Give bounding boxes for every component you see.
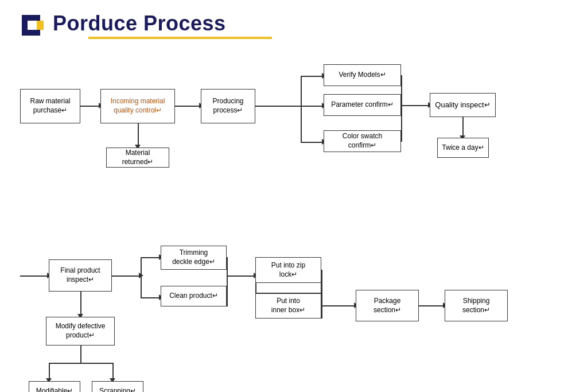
svg-rect-1 xyxy=(28,21,37,30)
box-material-returned: Material returned↵ xyxy=(106,148,169,168)
box-put-into-zip: Put into ziplock↵ xyxy=(255,257,321,283)
flowchart: Raw materialpurchase↵ Incoming materialq… xyxy=(0,52,568,390)
box-verify-models: Verify Models↵ xyxy=(324,64,401,86)
logo xyxy=(17,10,47,40)
box-shipping-section: Shippingsection↵ xyxy=(445,290,508,321)
box-scrapping: Scrapping↵ xyxy=(92,381,143,392)
box-twice-a-day: Twice a day↵ xyxy=(437,138,489,158)
box-color-swatch: Color swatch confirm↵ xyxy=(324,130,401,152)
box-trimming: Trimmingdeckle edge↵ xyxy=(161,246,227,270)
box-modify-defective: Modify defectiveproduct↵ xyxy=(46,317,115,346)
box-final-product: Final productinspect↵ xyxy=(49,259,112,292)
box-clean-product: Clean product↵ xyxy=(161,286,227,306)
page-title: Porduce Process xyxy=(53,11,272,36)
box-producing: Producingprocess↵ xyxy=(201,89,255,123)
box-modifiable: Modifiable↵ xyxy=(29,381,80,392)
box-quality-inspect: Quality inspect↵ xyxy=(430,93,496,117)
box-package-section: Packagesection↵ xyxy=(356,290,419,321)
box-put-into-inner: Put intoinner box↵ xyxy=(255,293,321,319)
title-underline xyxy=(88,37,272,39)
box-raw-material: Raw materialpurchase↵ xyxy=(20,89,80,123)
box-incoming: Incoming materialquality control↵ xyxy=(100,89,175,123)
header: Porduce Process xyxy=(0,0,568,40)
box-parameter-confirm: Parameter confirm↵ xyxy=(324,94,401,116)
